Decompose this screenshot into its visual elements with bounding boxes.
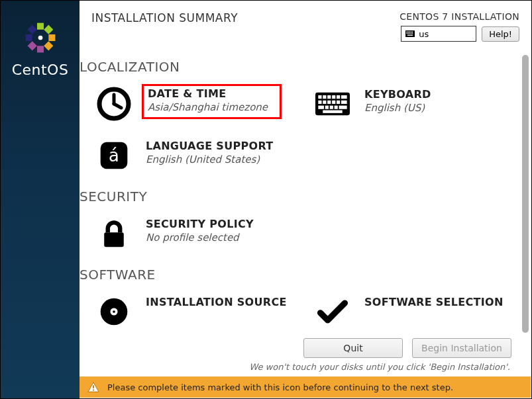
disc-icon [97, 294, 131, 329]
warning-bar: Please complete items marked with this i… [80, 377, 531, 398]
svg-rect-30 [341, 95, 347, 99]
spoke-keyboard-title: KEYBOARD [364, 88, 431, 101]
svg-rect-1 [44, 41, 53, 50]
svg-point-8 [38, 36, 42, 40]
svg-rect-35 [337, 101, 340, 104]
category-heading-security: SECURITY [80, 189, 517, 204]
svg-rect-34 [332, 101, 335, 104]
svg-rect-12 [409, 32, 410, 32]
svg-rect-11 [408, 32, 409, 32]
svg-rect-6 [25, 34, 32, 41]
header-subtitle: CENTOS 7 INSTALLATION [399, 11, 519, 22]
svg-rect-25 [318, 95, 321, 99]
svg-rect-36 [341, 101, 347, 104]
svg-rect-42 [323, 111, 342, 113]
main: INSTALLATION SUMMARY CENTOS 7 INSTALLATI… [80, 1, 531, 398]
svg-rect-0 [44, 25, 53, 34]
svg-rect-2 [27, 41, 36, 50]
svg-rect-50 [93, 390, 94, 391]
help-button[interactable]: Help! [482, 26, 519, 42]
svg-rect-4 [48, 34, 55, 41]
lock-icon [97, 216, 131, 251]
warning-icon [87, 382, 99, 392]
clock-icon [97, 87, 131, 121]
svg-rect-10 [407, 32, 407, 32]
keyboard-layout-selector[interactable]: us [401, 26, 476, 42]
svg-rect-18 [411, 33, 411, 34]
svg-rect-40 [335, 106, 338, 109]
svg-rect-33 [327, 101, 331, 104]
quit-button[interactable]: Quit [303, 338, 403, 358]
keyboard-large-icon [315, 87, 350, 121]
svg-rect-14 [412, 32, 413, 32]
language-icon: á [97, 138, 131, 173]
keyboard-layout-value: us [419, 29, 429, 39]
svg-rect-32 [323, 101, 326, 104]
svg-rect-31 [318, 101, 321, 104]
highlight-box: DATE & TIME Asia/Shanghai timezone [142, 84, 282, 119]
footer-note: We won't touch your disks until you clic… [80, 362, 511, 372]
svg-rect-5 [36, 46, 43, 52]
category-heading-localization: LOCALIZATION [80, 59, 517, 75]
svg-rect-19 [412, 33, 413, 34]
spoke-secpolicy-sub: No profile selected [146, 232, 254, 244]
begin-installation-button[interactable]: Begin Installation [412, 338, 511, 358]
svg-point-48 [113, 310, 115, 313]
keyboard-icon [405, 30, 415, 37]
svg-rect-20 [407, 34, 413, 35]
header: INSTALLATION SUMMARY CENTOS 7 INSTALLATI… [80, 1, 531, 55]
checkbox-icon [315, 294, 350, 329]
svg-text:á: á [109, 146, 119, 165]
svg-rect-13 [411, 32, 411, 32]
brand-name: CentOS [12, 62, 69, 78]
header-right: CENTOS 7 INSTALLATION us Help! [399, 11, 519, 42]
svg-line-23 [114, 104, 121, 108]
spoke-keyboard-sub: English (US) [364, 102, 431, 114]
category-heading-software: SOFTWARE [80, 267, 517, 283]
scrollbar[interactable] [522, 55, 529, 373]
svg-rect-17 [409, 33, 410, 34]
svg-rect-3 [27, 25, 36, 34]
spoke-datetime[interactable]: DATE & TIME Asia/Shanghai timezone [80, 81, 298, 133]
svg-rect-28 [332, 95, 335, 99]
spoke-datetime-sub: Asia/Shanghai timezone [148, 101, 268, 113]
svg-rect-45 [104, 232, 124, 247]
spoke-secpolicy-title: SECURITY POLICY [146, 218, 254, 230]
sidebar: CentOS [1, 1, 80, 398]
svg-rect-26 [323, 95, 326, 99]
spoke-language-support[interactable]: á LANGUAGE SUPPORT English (United State… [80, 133, 298, 185]
scrollbar-thumb[interactable] [522, 55, 529, 333]
centos-logo-icon [22, 19, 59, 56]
spoke-langsupport-sub: English (United States) [146, 154, 274, 165]
spoke-installsource-title: INSTALLATION SOURCE [146, 296, 287, 308]
spoke-langsupport-title: LANGUAGE SUPPORT [146, 140, 274, 152]
svg-rect-16 [408, 33, 409, 34]
svg-rect-7 [36, 23, 43, 30]
svg-rect-49 [93, 385, 94, 388]
svg-rect-39 [330, 106, 333, 109]
svg-rect-37 [318, 106, 324, 109]
svg-rect-15 [407, 33, 407, 34]
svg-rect-29 [337, 95, 340, 99]
spoke-security-policy[interactable]: SECURITY POLICY No profile selected [80, 211, 298, 263]
warning-text: Please complete items marked with this i… [107, 382, 453, 392]
spoke-keyboard[interactable]: KEYBOARD English (US) [298, 81, 517, 133]
footer: Quit Begin Installation We won't touch y… [80, 333, 517, 375]
svg-rect-27 [327, 95, 331, 99]
svg-rect-38 [325, 106, 329, 109]
svg-rect-41 [339, 106, 347, 109]
spoke-datetime-title: DATE & TIME [148, 87, 268, 100]
spoke-softsel-title: SOFTWARE SELECTION [364, 296, 504, 308]
